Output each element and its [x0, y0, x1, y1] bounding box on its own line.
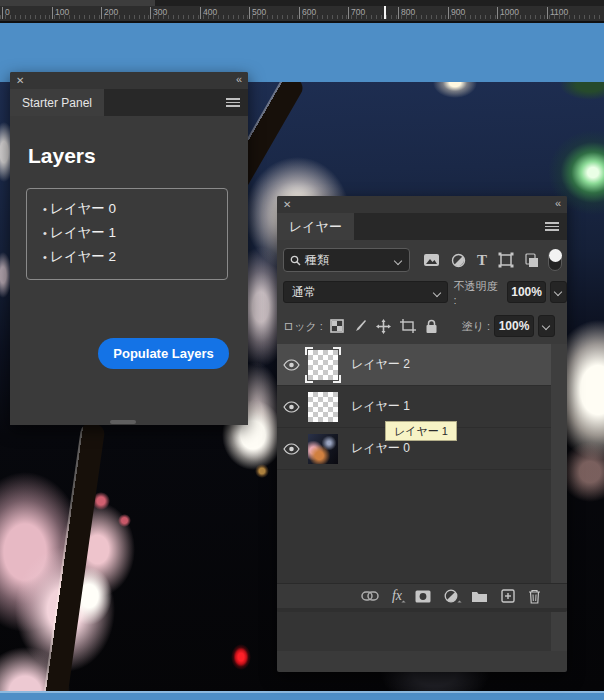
layer-name[interactable]: レイヤー 0: [351, 440, 410, 457]
eye-icon: [283, 401, 300, 413]
ruler-label: 1100: [547, 7, 568, 19]
layer-thumbnail[interactable]: [305, 389, 341, 425]
tab-starter-panel[interactable]: Starter Panel: [10, 89, 104, 116]
chevron-down-icon: [555, 288, 563, 296]
filter-kind-dropdown[interactable]: 種類: [283, 248, 410, 272]
filter-shape-layers-icon[interactable]: [498, 252, 514, 268]
ruler-label: 400: [200, 7, 217, 19]
opacity-label: 不透明度 :: [454, 279, 503, 306]
layers-panel-tab-row: レイヤー: [277, 213, 567, 240]
ruler-label: 600: [299, 7, 316, 19]
layer-row-layer-2[interactable]: レイヤー 2: [277, 344, 551, 386]
populate-layers-button[interactable]: Populate Layers: [98, 338, 229, 369]
starter-panel-tab-row: Starter Panel: [10, 89, 248, 116]
close-icon[interactable]: ✕: [283, 198, 291, 211]
ruler-cursor-indicator: [384, 6, 386, 19]
ruler-label: 1000: [497, 7, 519, 19]
layer-name-tooltip: レイヤー 1: [385, 421, 457, 441]
starter-panel-header[interactable]: ✕ «: [10, 72, 248, 89]
ruler-label: 200: [101, 7, 118, 19]
visibility-toggle[interactable]: [277, 401, 305, 413]
filter-toggle[interactable]: [548, 249, 562, 271]
layer-name[interactable]: レイヤー 2: [351, 356, 410, 373]
photoshop-window: 0 100 200 300 400 500 600 700 800 900 10…: [0, 0, 604, 700]
layer-thumbnail[interactable]: [305, 431, 341, 467]
panel-menu-icon[interactable]: [226, 98, 240, 107]
chevron-down-icon: [434, 289, 442, 297]
filter-type-layers-icon[interactable]: T: [477, 252, 487, 269]
delete-layer-trash-icon[interactable]: [528, 589, 541, 604]
filter-pixel-layers-icon[interactable]: [423, 253, 440, 267]
chevron-down-icon: [543, 322, 551, 330]
lock-image-pixels-icon[interactable]: [353, 319, 367, 333]
panel-resize-notch[interactable]: [110, 420, 136, 424]
opacity-dropdown-button[interactable]: [550, 281, 567, 303]
list-item: レイヤー 1: [43, 221, 227, 245]
ruler-label: 700: [348, 7, 365, 19]
filter-adjustment-layers-icon[interactable]: [451, 253, 466, 268]
collapse-icon[interactable]: «: [236, 73, 241, 85]
collapse-icon[interactable]: «: [555, 197, 560, 209]
starter-panel-content: Layers レイヤー 0 レイヤー 1 レイヤー 2 Populate Lay…: [10, 116, 248, 425]
panel-menu-icon[interactable]: [545, 222, 559, 231]
visibility-toggle[interactable]: [277, 443, 305, 455]
ruler-label: 0: [2, 7, 10, 19]
list-item: レイヤー 2: [43, 245, 227, 269]
eye-icon: [283, 443, 300, 455]
opacity-value-field[interactable]: 100%: [507, 281, 546, 303]
blend-mode-value: 通常: [292, 284, 316, 301]
horizontal-ruler[interactable]: 0 100 200 300 400 500 600 700 800 900 10…: [0, 6, 604, 23]
blend-mode-dropdown[interactable]: 通常: [283, 281, 448, 303]
ruler-label: 900: [448, 7, 465, 19]
fill-value-field[interactable]: 100%: [494, 315, 534, 337]
lock-all-icon[interactable]: [425, 319, 438, 334]
layer-thumbnail[interactable]: [305, 347, 341, 383]
close-icon[interactable]: ✕: [16, 74, 24, 87]
add-layer-mask-icon[interactable]: [415, 590, 431, 603]
new-group-folder-icon[interactable]: [471, 590, 488, 603]
lock-artboard-icon[interactable]: [400, 319, 416, 333]
visibility-toggle[interactable]: [277, 359, 305, 371]
ruler-label: 500: [249, 7, 266, 19]
eye-icon: [283, 359, 300, 371]
layers-heading: Layers: [28, 144, 96, 168]
lock-transparent-pixels-icon[interactable]: [330, 319, 344, 333]
layers-panel-toolbar: fx: [277, 583, 567, 608]
lock-label: ロック :: [283, 319, 323, 334]
layer-name[interactable]: レイヤー 1: [351, 398, 410, 415]
fill-dropdown-button[interactable]: [538, 315, 555, 337]
ruler-label: 800: [398, 7, 415, 19]
starter-panel: ✕ « Starter Panel Layers レイヤー 0 レイヤー 1 レ…: [10, 72, 248, 425]
layers-panel-header[interactable]: ✕ «: [277, 196, 567, 213]
filter-kind-label: 種類: [305, 252, 329, 269]
lock-position-icon[interactable]: [376, 319, 391, 334]
fill-label: 塗り :: [462, 319, 490, 334]
ruler-label: 100: [52, 7, 69, 19]
layer-style-fx-icon[interactable]: fx: [392, 589, 402, 603]
list-item: レイヤー 0: [43, 197, 227, 221]
new-layer-icon[interactable]: [501, 589, 515, 603]
tab-layers[interactable]: レイヤー: [277, 213, 354, 240]
link-layers-icon[interactable]: [361, 591, 379, 601]
panel-bottom-edge[interactable]: [277, 608, 567, 612]
filter-smart-object-icon[interactable]: [525, 253, 539, 268]
layer-name-list-box: レイヤー 0 レイヤー 1 レイヤー 2: [26, 188, 228, 280]
search-icon: [290, 255, 301, 266]
new-adjustment-layer-icon[interactable]: [444, 589, 458, 603]
ruler-label: 300: [150, 7, 167, 19]
chevron-down-icon: [395, 257, 403, 265]
